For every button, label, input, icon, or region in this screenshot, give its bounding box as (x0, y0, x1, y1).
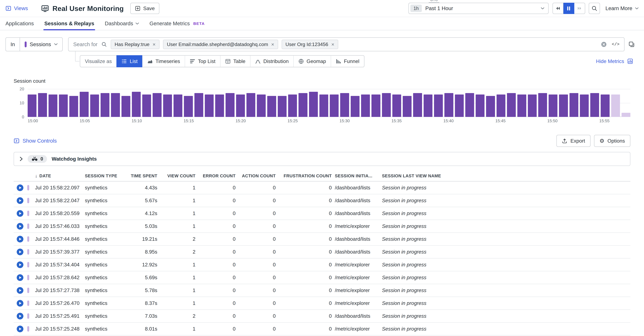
visualize-option-geomap[interactable]: Geomap (293, 56, 331, 67)
session-count-bar[interactable] (226, 93, 234, 117)
session-row[interactable]: Jul 20 15:57:39.377synthetics8.95s2000/d… (14, 246, 630, 258)
session-count-bar[interactable] (351, 96, 360, 117)
session-count-bar[interactable] (267, 96, 276, 117)
session-count-bar[interactable] (28, 95, 36, 117)
session-count-bar[interactable] (278, 96, 286, 117)
options-button[interactable]: ⚙ Options (594, 135, 630, 147)
column-header-session-last-view-name[interactable]: SESSION LAST VIEW NAME (382, 173, 630, 178)
column-header-action-count[interactable]: ACTION COUNT (239, 173, 279, 178)
session-count-bar[interactable] (559, 95, 568, 117)
session-count-bar[interactable] (434, 95, 443, 117)
session-row[interactable]: Jul 20 15:57:28.642synthetics5.69s1000/m… (14, 271, 630, 284)
column-header-frustration-count[interactable]: FRUSTRATION COUNT (279, 173, 335, 178)
session-row[interactable]: Jul 20 15:58:22.047synthetics5.67s1000/d… (14, 194, 630, 207)
visualize-option-distribution[interactable]: Distribution (250, 56, 293, 67)
filter-pill[interactable]: Has Replay:true× (111, 40, 160, 49)
export-button[interactable]: Export (556, 135, 590, 147)
session-row[interactable]: Jul 20 15:58:22.097synthetics4.43s1000/d… (14, 181, 630, 194)
visualize-option-list[interactable]: List (116, 55, 142, 67)
session-row[interactable]: Jul 20 15:57:44.846synthetics19.21s2000/… (14, 233, 630, 246)
time-range-picker[interactable]: UTC 1h Past 1 Hour (408, 3, 548, 14)
search-input[interactable]: Search for Has Replay:true×User Email:ma… (68, 37, 624, 51)
session-count-bar[interactable] (361, 95, 370, 117)
session-count-bar[interactable] (205, 95, 214, 117)
tab-applications[interactable]: Applications (6, 17, 34, 30)
session-count-bar[interactable] (38, 93, 47, 117)
session-count-bar[interactable] (111, 93, 120, 117)
session-count-bar[interactable] (382, 93, 391, 117)
column-header-date[interactable]: ↓DATE (35, 173, 85, 179)
session-count-bar[interactable] (309, 92, 318, 117)
session-count-bar[interactable] (163, 95, 172, 117)
play-replay-button[interactable] (16, 287, 24, 294)
session-count-bar[interactable] (257, 95, 266, 117)
show-controls-link[interactable]: Show Controls (14, 138, 57, 144)
play-replay-button[interactable] (16, 312, 24, 320)
query-syntax-toggle[interactable]: </> (612, 42, 620, 47)
session-row[interactable]: Jul 20 15:58:20.559synthetics4.12s1000/d… (14, 207, 630, 220)
column-header-time-spent[interactable]: TIME SPENT (128, 173, 160, 178)
visualize-option-funnel[interactable]: Funnel (331, 56, 364, 67)
session-count-bar[interactable] (298, 93, 307, 117)
expand-chevron-icon[interactable] (20, 157, 23, 161)
session-row[interactable] (14, 336, 630, 336)
session-count-bar[interactable] (80, 92, 88, 117)
session-count-bar[interactable] (465, 93, 474, 117)
session-count-bar[interactable] (100, 93, 110, 117)
session-count-bar[interactable] (538, 93, 547, 117)
session-count-bar[interactable] (90, 95, 99, 117)
play-replay-button[interactable] (16, 210, 24, 217)
visualize-option-table[interactable]: Table (220, 56, 250, 67)
hide-metrics-link[interactable]: Hide Metrics (596, 58, 633, 64)
session-count-bar[interactable] (340, 93, 349, 117)
step-backward-button[interactable] (552, 3, 564, 14)
tab-generate-metrics[interactable]: Generate MetricsBETA (150, 17, 205, 30)
tab-sessions-replays[interactable]: Sessions & Replays (44, 17, 94, 30)
session-count-bar[interactable] (194, 93, 203, 117)
pause-live-button[interactable] (564, 3, 574, 14)
column-header-session-type[interactable]: SESSION TYPE (85, 173, 128, 178)
play-replay-button[interactable] (16, 274, 24, 281)
session-count-bar[interactable] (330, 95, 338, 117)
zoom-out-button[interactable] (589, 3, 600, 14)
watchdog-insights[interactable]: 0 Watchdog Insights (14, 152, 630, 166)
filter-pill[interactable]: User Org Id:123456× (282, 40, 338, 49)
filter-pill[interactable]: User Email:maddie.shepherd@datadoghq.com… (163, 40, 278, 49)
remove-filter-icon[interactable]: × (153, 42, 156, 47)
session-row[interactable]: Jul 20 15:57:26.470synthetics8.37s1000/m… (14, 297, 630, 310)
step-forward-button[interactable] (574, 3, 585, 14)
session-row[interactable]: Jul 20 15:57:46.033synthetics5.03s1000/m… (14, 220, 630, 233)
play-replay-button[interactable] (16, 197, 24, 204)
session-count-bar[interactable] (528, 95, 537, 117)
play-replay-button[interactable] (16, 235, 24, 243)
session-count-bar[interactable] (622, 113, 630, 117)
session-count-bar[interactable] (486, 96, 495, 117)
session-row[interactable]: Jul 20 15:57:25.491synthetics7.03s2000/d… (14, 310, 630, 323)
play-replay-button[interactable] (16, 223, 24, 230)
session-count-bar[interactable] (590, 93, 599, 117)
play-replay-button[interactable] (16, 300, 24, 307)
session-count-bar[interactable] (59, 95, 68, 117)
play-replay-button[interactable] (16, 248, 24, 256)
session-count-bar[interactable] (236, 95, 245, 117)
tab-dashboards[interactable]: Dashboards (105, 17, 139, 30)
session-row[interactable]: Jul 20 15:57:25.248synthetics8.01s1000/m… (14, 323, 630, 336)
play-replay-button[interactable] (16, 261, 24, 268)
session-count-bar[interactable] (288, 95, 297, 117)
session-count-bar[interactable] (455, 95, 464, 117)
column-header-error-count[interactable]: ERROR COUNT (198, 173, 239, 178)
session-row[interactable]: Jul 20 15:57:27.738synthetics5.78s1000/m… (14, 284, 630, 297)
session-count-bar[interactable] (476, 95, 484, 117)
session-count-bar[interactable] (580, 95, 589, 117)
session-count-bar[interactable] (48, 95, 57, 117)
session-count-bar[interactable] (517, 95, 526, 117)
visualize-option-timeseries[interactable]: Timeseries (142, 56, 185, 67)
session-count-bar[interactable] (69, 96, 78, 117)
session-count-bar[interactable] (246, 93, 255, 117)
session-count-bar[interactable] (320, 95, 328, 117)
session-count-bar[interactable] (174, 95, 182, 117)
session-count-bar[interactable] (611, 95, 620, 117)
learn-more-menu[interactable]: Learn More (606, 5, 638, 11)
play-replay-button[interactable] (16, 325, 24, 333)
session-count-bar[interactable] (444, 93, 453, 117)
